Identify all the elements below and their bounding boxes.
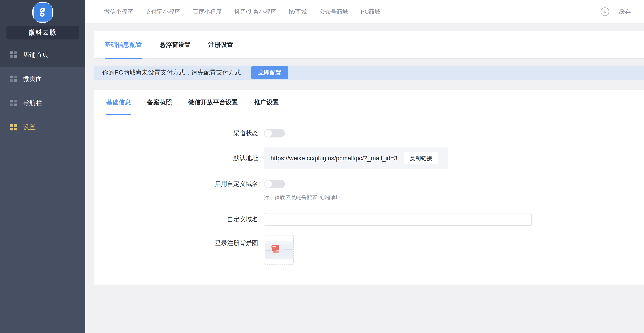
nav-item-wechat-mini[interactable]: 微信小程序 <box>104 8 133 15</box>
main-content: 基础信息配置 悬浮窗设置 注册设置 你的PC商城尚未设置支付方式，请先配置支付方… <box>85 24 644 333</box>
channel-nav: 微信小程序 支付宝小程序 百度小程序 抖音/头条小程序 h5商城 公众号商城 P… <box>85 8 380 15</box>
sidebar-item-label: 设置 <box>23 123 36 131</box>
custom-domain-input[interactable] <box>264 213 532 226</box>
tab-promotion-settings[interactable]: 推广设置 <box>254 90 279 115</box>
basic-info-card: 基础信息 备案执照 微信开放平台设置 推广设置 渠道状态 默认地址 https:… <box>94 90 644 285</box>
nav-item-douyin-mini[interactable]: 抖音/头条小程序 <box>234 8 276 15</box>
tab-register-settings[interactable]: 注册设置 <box>208 31 233 59</box>
default-address-url: https://weike.cc/plugins/pcmall/pc/?_mal… <box>270 155 398 162</box>
payment-notice-bar: 你的PC商城尚未设置支付方式，请先配置支付方式 立即配置 <box>94 65 644 80</box>
brand-logo-icon <box>34 3 52 21</box>
tab-wechat-open-platform[interactable]: 微信开放平台设置 <box>188 90 238 115</box>
grid-icon <box>10 51 17 58</box>
sidebar-item-label: 微页面 <box>23 74 42 83</box>
grid-icon <box>10 75 17 82</box>
login-bg-thumbnail <box>265 241 293 259</box>
nav-item-h5-mall[interactable]: h5商城 <box>289 8 307 15</box>
sidebar-item-settings[interactable]: 设置 <box>0 115 85 139</box>
custom-domain-note: 注：请联系总账号配置PC端地址 <box>264 194 341 201</box>
enable-custom-domain-label: 启用自定义域名 <box>94 180 258 188</box>
section-tabs: 基础信息 备案执照 微信开放平台设置 推广设置 <box>94 90 644 115</box>
tab-floating-window-settings[interactable]: 悬浮窗设置 <box>160 31 190 59</box>
login-bg-upload[interactable] <box>264 235 294 265</box>
download-icon[interactable] <box>600 7 610 16</box>
enable-custom-domain-toggle[interactable] <box>264 180 285 188</box>
nav-item-baidu-mini[interactable]: 百度小程序 <box>193 8 222 15</box>
nav-item-official-account-mall[interactable]: 公众号商城 <box>320 8 348 15</box>
login-bg-label: 登录注册背景图 <box>94 235 258 247</box>
page-tabs-card: 基础信息配置 悬浮窗设置 注册设置 <box>94 31 644 59</box>
custom-domain-label: 自定义域名 <box>94 215 258 224</box>
sidebar-item-label: 导航栏 <box>23 99 42 107</box>
channel-status-toggle[interactable] <box>264 129 285 137</box>
notice-text: 你的PC商城尚未设置支付方式，请先配置支付方式 <box>102 68 241 77</box>
cache-button[interactable]: 缓存 <box>619 8 631 15</box>
brand-logo <box>32 1 54 23</box>
sidebar-item-micro-page[interactable]: 微页面 <box>0 67 85 91</box>
default-address-label: 默认地址 <box>94 154 258 162</box>
configure-now-button[interactable]: 立即配置 <box>251 66 288 79</box>
copy-link-button[interactable]: 复制链接 <box>404 152 438 164</box>
sidebar-item-shop-home[interactable]: 店铺首页 <box>0 43 85 67</box>
store-name: 微科云脉 <box>6 26 79 39</box>
grid-icon <box>10 100 17 106</box>
nav-item-pc-mall[interactable]: PC商城 <box>361 8 380 15</box>
tab-record-license[interactable]: 备案执照 <box>147 90 172 115</box>
default-address-box: https://weike.cc/plugins/pcmall/pc/?_mal… <box>264 147 448 169</box>
sidebar-header: 微科云脉 <box>0 0 85 43</box>
sidebar-item-nav-bar[interactable]: 导航栏 <box>0 91 85 115</box>
grid-icon <box>10 124 17 130</box>
sidebar: 微科云脉 店铺首页 微页面 导航栏 设置 <box>0 0 85 333</box>
nav-item-alipay-mini[interactable]: 支付宝小程序 <box>146 8 180 15</box>
top-header: 微信小程序 支付宝小程序 百度小程序 抖音/头条小程序 h5商城 公众号商城 P… <box>85 0 644 23</box>
tab-basic-info-config[interactable]: 基础信息配置 <box>105 31 142 59</box>
sidebar-item-label: 店铺首页 <box>23 50 48 59</box>
channel-status-label: 渠道状态 <box>94 129 258 137</box>
tab-basic-info[interactable]: 基础信息 <box>106 90 131 115</box>
